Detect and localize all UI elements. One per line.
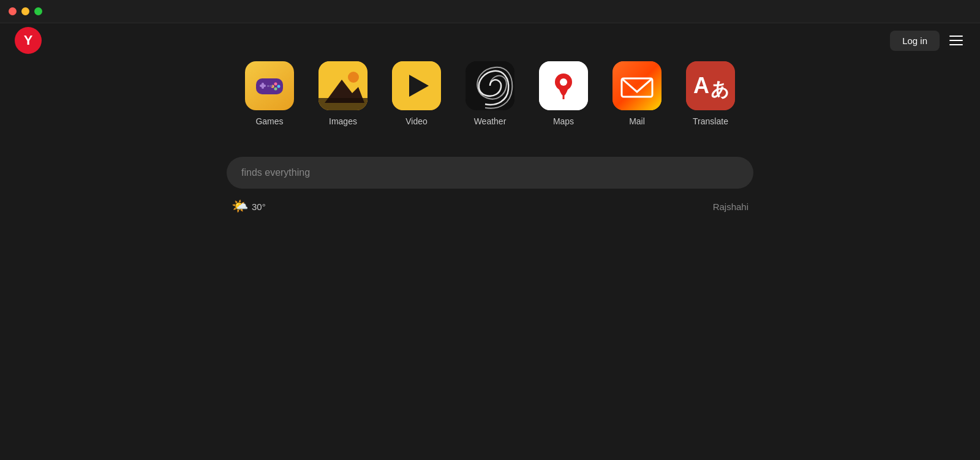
weather-widget: 🌤️ 30° Rajshahi [227, 198, 753, 214]
svg-point-10 [348, 72, 359, 83]
close-button[interactable] [9, 7, 17, 15]
games-label: Games [255, 116, 283, 126]
weather-city: Rajshahi [713, 202, 748, 212]
maximize-button[interactable] [34, 7, 42, 15]
svg-text:あ: あ [710, 79, 729, 99]
menu-line-3 [949, 44, 963, 45]
app-item-mail[interactable]: Mail [612, 61, 662, 126]
images-icon [318, 61, 368, 110]
yandex-logo[interactable]: Y [15, 27, 42, 54]
search-input[interactable] [227, 157, 753, 189]
translate-label: Translate [693, 116, 728, 126]
games-icon-svg [254, 70, 285, 102]
app-item-maps[interactable]: Maps [539, 61, 588, 126]
svg-text:A: A [693, 73, 709, 98]
svg-rect-7 [267, 85, 270, 87]
weather-icon-svg [466, 61, 514, 110]
minimize-button[interactable] [21, 7, 29, 15]
svg-rect-12 [318, 98, 368, 110]
video-label: Video [405, 116, 428, 126]
weather-temperature: 30° [252, 202, 266, 212]
weather-condition-icon: 🌤️ [232, 198, 248, 214]
mail-label: Mail [629, 116, 645, 126]
translate-icon-svg: A あ [686, 61, 735, 110]
menu-line-1 [949, 36, 963, 37]
search-bar [227, 157, 753, 189]
weather-icon [466, 61, 514, 110]
menu-button[interactable] [947, 33, 965, 48]
main-content: Games Images [0, 61, 980, 214]
apps-row: Games Images [245, 61, 735, 126]
maps-label: Maps [553, 116, 574, 126]
menu-line-2 [949, 40, 963, 41]
header-right: Log in [890, 31, 965, 51]
maps-icon-svg [539, 61, 588, 110]
weather-label: Weather [474, 116, 507, 126]
titlebar [0, 0, 980, 23]
mail-icon [612, 61, 662, 110]
app-item-weather[interactable]: Weather [466, 61, 514, 126]
weather-left: 🌤️ 30° [232, 198, 266, 214]
translate-icon: A あ [686, 61, 735, 110]
app-item-translate[interactable]: A あ Translate [686, 61, 735, 126]
login-button[interactable]: Log in [890, 31, 940, 51]
svg-point-18 [560, 78, 567, 86]
svg-point-4 [277, 85, 281, 88]
images-label: Images [329, 116, 357, 126]
svg-rect-2 [262, 83, 264, 89]
app-item-images[interactable]: Images [318, 61, 368, 126]
svg-rect-8 [270, 85, 273, 87]
header: Y Log in [0, 23, 980, 58]
images-icon-svg [318, 61, 368, 110]
video-icon-svg [392, 61, 441, 110]
maps-icon [539, 61, 588, 110]
svg-rect-19 [612, 61, 662, 110]
video-icon [392, 61, 441, 110]
mail-icon-svg [612, 61, 662, 110]
app-item-games[interactable]: Games [245, 61, 294, 126]
traffic-lights [9, 7, 42, 15]
logo-letter: Y [24, 32, 33, 48]
svg-point-5 [274, 88, 277, 91]
games-icon [245, 61, 294, 110]
svg-point-3 [274, 83, 277, 86]
app-item-video[interactable]: Video [392, 61, 441, 126]
